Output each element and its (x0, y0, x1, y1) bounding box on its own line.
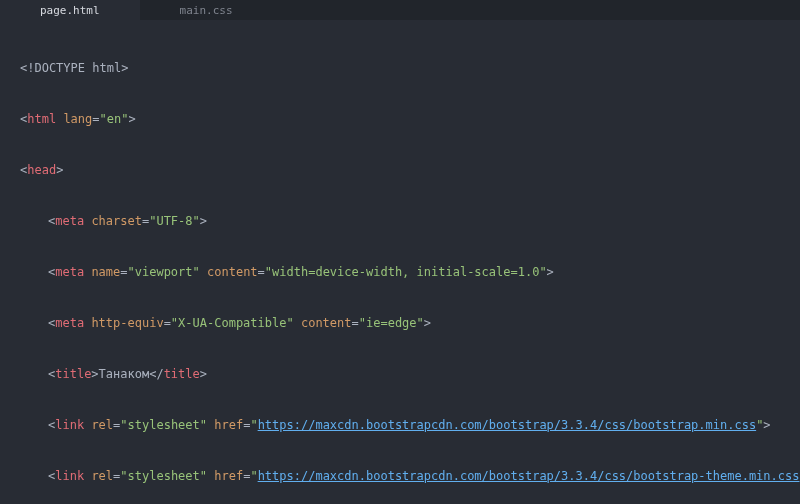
url-link[interactable]: https://maxcdn.bootstrapcdn.com/bootstra… (258, 418, 757, 432)
url-link[interactable]: https://maxcdn.bootstrapcdn.com/bootstra… (258, 469, 800, 483)
tab-main-css[interactable]: main.css (140, 0, 273, 20)
tab-bar: page.html main.css (0, 0, 800, 20)
code-editor[interactable]: <!DOCTYPE html> <html lang="en"> <head> … (0, 20, 800, 504)
tab-page-html[interactable]: page.html (0, 0, 140, 20)
code-line: <!DOCTYPE html> (20, 60, 800, 77)
